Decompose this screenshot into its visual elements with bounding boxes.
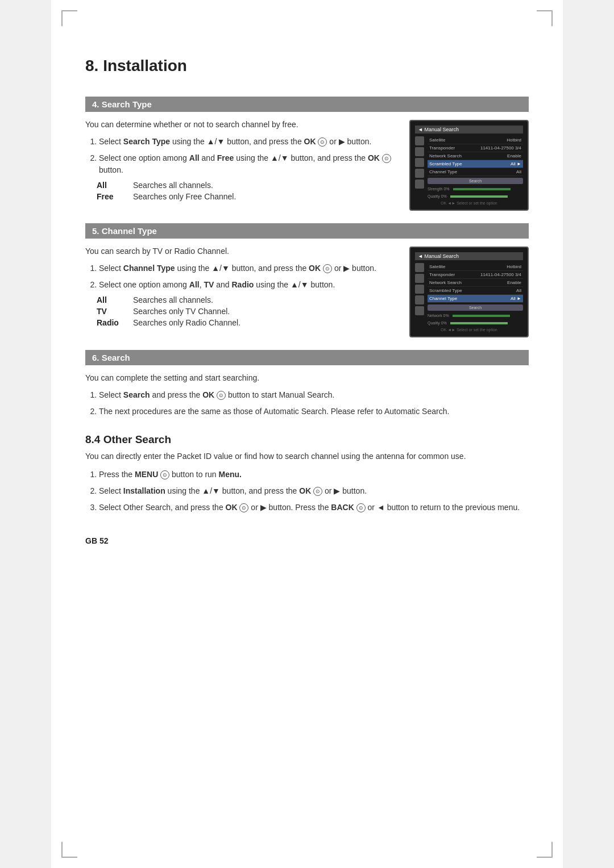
tv-content-1: SatelliteHotbird Transponder11411-04-275… [428,136,523,199]
section-header-search-type: 4. Search Type [85,97,529,112]
tv-signal-bar-1 [453,188,511,190]
step-2-search-type: Select one option among All and Free usi… [99,152,398,176]
section-header-search: 6. Search [85,350,529,365]
ok-icon-1: ⊙ [318,137,327,147]
tv-signal-quality-2: Quality 0% [428,320,523,326]
tv-row-transponder-1: Transponder11411-04-27500 3/4 [428,144,523,152]
definitions-search-type: All Searches all channels. Free Searches… [97,181,398,201]
def-term-all: All [97,181,124,190]
tv-icon-channel [415,180,424,189]
section-search: 6. Search You can complete the setting a… [85,350,529,418]
def-desc-all-ct: Searches all channels. [133,295,213,304]
footer: GB 52 [85,536,529,545]
tv-row-scrambled-1: Scrambled TypeAll ► [428,160,523,168]
tv-row-satellite-2: SatelliteHotbird [428,263,523,271]
step-1-search-type: Select Search Type using the ▲/▼ button,… [99,136,398,148]
definitions-channel-type: All Searches all channels. TV Searches o… [97,295,398,327]
menu-icon: ⊙ [160,470,169,479]
tv-hint-2: OK ◄► Select or set the option [415,328,523,332]
def-row-free: Free Searches only Free Channel. [97,192,398,201]
def-term-tv: TV [97,307,124,316]
tv-title-2: ◄ Manual Search [415,252,523,260]
tv-signal-quality-1: Quality 0% [428,193,523,199]
tv-icon-network [415,158,424,167]
tv-icon-transponder [415,147,424,156]
def-term-all-ct: All [97,295,124,304]
steps-search: Select Search and press the OK ⊙ button … [85,389,529,418]
tv-search-btn-1: Search [428,178,523,184]
tv-icon-scrambled [415,169,424,178]
tv-mockup-2: ◄ Manual Search Satell [409,247,529,337]
section-channel-type: 5. Channel Type You can search by TV or … [85,223,529,337]
page: 8. Installation 4. Search Type You can d… [51,0,563,868]
subsection-intro: You can directly enter the Packet ID val… [85,452,529,461]
section-content-channel-type: You can search by TV or Radio Channel. S… [85,247,529,337]
corner-decoration-bl [61,842,77,858]
def-row-radio: Radio Searches only Radio Channel. [97,318,398,327]
steps-search-type: Select Search Type using the ▲/▼ button,… [85,136,398,176]
step-2-other-search: Select Installation using the ▲/▼ button… [99,485,529,497]
section-content-search-type: You can determine whether or not to sear… [85,120,529,211]
back-icon: ⊙ [356,503,366,512]
tv-quality-bar-1 [450,195,508,198]
tv-row-network-2: Network SearchEnable [428,279,523,287]
step-3-other-search: Select Other Search, and press the OK ⊙ … [99,502,529,514]
tv-row-network-1: Network SearchEnable [428,152,523,160]
tv-icon-col-1 [415,136,424,199]
subsection-other-search: 8.4 Other Search You can directly enter … [85,433,529,514]
step-2-channel-type: Select one option among All, TV and Radi… [99,279,398,291]
screenshot-channel-type: ◄ Manual Search Satell [409,247,529,337]
tv-icon-channel-2 [415,306,424,315]
screenshot-search-type: ◄ Manual Search Satell [409,120,529,211]
def-desc-all: Searches all channels. [133,181,213,190]
step-2-search: The next procedures are the same as thos… [99,406,529,418]
def-desc-tv: Searches only TV Channel. [133,307,230,316]
tv-icon-network-2 [415,285,424,294]
content-area: 8. Installation 4. Search Type You can d… [51,34,563,579]
def-row-all: All Searches all channels. [97,181,398,190]
tv-row-channeltype-2: Channel TypeAll ► [428,295,523,303]
def-row-tv: TV Searches only TV Channel. [97,307,398,316]
tv-icon-transponder-2 [415,274,424,283]
tv-hint-1: OK ◄► Select or set the option [415,201,523,205]
tv-row-scrambled-2: Scrambled TypeAll [428,287,523,295]
corner-decoration-br [537,842,553,858]
tv-quality-bar-2 [450,322,508,324]
ok-icon-3: ⊙ [323,264,332,273]
tv-title-1: ◄ Manual Search [415,126,523,133]
section-text-channel-type: You can search by TV or Radio Channel. S… [85,247,398,329]
tv-content-2: SatelliteHotbird Transponder11411-04-275… [428,263,523,326]
def-term-radio: Radio [97,318,124,327]
section-search-type: 4. Search Type You can determine whether… [85,97,529,211]
tv-signal-strength-2: Network 0% [428,312,523,318]
tv-row-satellite-1: SatelliteHotbird [428,136,523,144]
ok-icon-5: ⊙ [313,487,322,496]
tv-icon-satellite-2 [415,263,424,272]
corner-decoration-tr [537,10,553,26]
tv-signal-bar-2 [453,315,510,317]
steps-channel-type: Select Channel Type using the ▲/▼ button… [85,262,398,291]
step-1-channel-type: Select Channel Type using the ▲/▼ button… [99,262,398,274]
section-intro-channel-type: You can search by TV or Radio Channel. [85,247,398,256]
tv-search-btn-2: Search [428,304,523,311]
steps-other-search: Press the MENU ⊙ button to run Menu. Sel… [85,469,529,514]
tv-row-channeltype-1: Channel TypeAll [428,168,523,176]
def-desc-radio: Searches only Radio Channel. [133,318,240,327]
tv-icon-scrambled-2 [415,295,424,304]
tv-body-2: SatelliteHotbird Transponder11411-04-275… [415,263,523,326]
def-desc-free: Searches only Free Channel. [133,192,236,201]
section-intro-search-type: You can determine whether or not to sear… [85,120,398,129]
step-1-search: Select Search and press the OK ⊙ button … [99,389,529,401]
def-row-all-ct: All Searches all channels. [97,295,398,304]
tv-icon-col-2 [415,263,424,326]
section-text-search-type: You can determine whether or not to sear… [85,120,398,203]
subsection-title: 8.4 Other Search [85,433,529,446]
tv-row-transponder-2: Transponder11411-04-27500 3/4 [428,271,523,279]
corner-decoration-tl [61,10,77,26]
tv-icon-satellite [415,136,424,145]
ok-icon-6: ⊙ [239,503,248,512]
ok-icon-4: ⊙ [217,391,226,400]
tv-signal-strength-1: Strength 0% [428,186,523,191]
tv-mockup-1: ◄ Manual Search Satell [409,120,529,211]
section-header-channel-type: 5. Channel Type [85,223,529,239]
